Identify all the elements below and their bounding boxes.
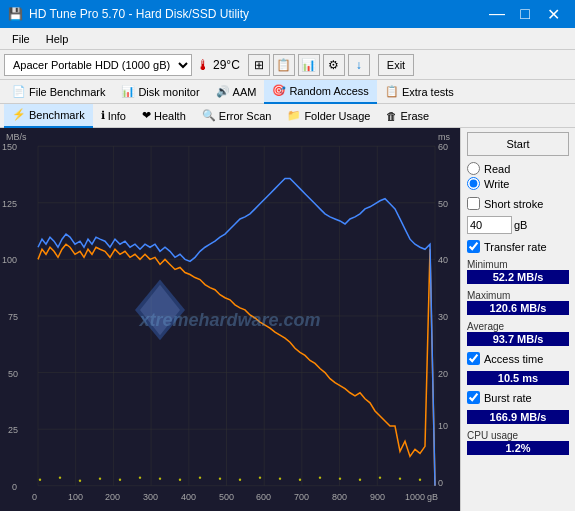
svg-point-58 [259, 476, 261, 478]
svg-point-62 [339, 477, 341, 479]
svg-point-63 [359, 478, 361, 480]
svg-point-49 [79, 479, 81, 481]
folder-usage-icon: 📁 [287, 109, 301, 122]
svg-text:500: 500 [219, 492, 234, 502]
svg-text:800: 800 [332, 492, 347, 502]
svg-point-61 [319, 476, 321, 478]
svg-point-54 [179, 478, 181, 480]
svg-text:50: 50 [438, 199, 448, 209]
access-time-checkbox-label[interactable]: Access time [467, 352, 569, 365]
svg-text:600: 600 [256, 492, 271, 502]
toolbar: Apacer Portable HDD (1000 gB) 🌡 29°C ⊞ 📋… [0, 50, 575, 80]
read-radio[interactable] [467, 162, 480, 175]
svg-text:10: 10 [438, 421, 448, 431]
minimum-label: Minimum [467, 259, 569, 270]
nav-file-benchmark[interactable]: 📄 File Benchmark [4, 80, 113, 104]
maximize-button[interactable]: □ [511, 0, 539, 28]
cpu-usage-stat: CPU usage 1.2% [467, 430, 569, 455]
nav-folder-usage[interactable]: 📁 Folder Usage [279, 104, 378, 128]
cpu-usage-value: 1.2% [467, 441, 569, 455]
spinbox-container: gB [467, 216, 569, 234]
svg-point-51 [119, 478, 121, 480]
svg-text:900: 900 [370, 492, 385, 502]
svg-point-47 [39, 478, 41, 480]
svg-text:1000: 1000 [405, 492, 425, 502]
transfer-rate-checkbox[interactable] [467, 240, 480, 253]
nav-health[interactable]: ❤ Health [134, 104, 194, 128]
svg-point-66 [419, 478, 421, 480]
menu-file[interactable]: File [4, 31, 38, 47]
svg-point-65 [399, 477, 401, 479]
svg-text:0: 0 [438, 478, 443, 488]
info-icon: ℹ [101, 109, 105, 122]
menu-help[interactable]: Help [38, 31, 77, 47]
short-stroke-checkbox-label[interactable]: Short stroke [467, 197, 569, 210]
icon-btn-1[interactable]: ⊞ [248, 54, 270, 76]
nav-row1: 📄 File Benchmark 📊 Disk monitor 🔊 AAM 🎯 … [0, 80, 575, 104]
minimize-button[interactable]: — [483, 0, 511, 28]
icon-btn-5[interactable]: ↓ [348, 54, 370, 76]
minimum-value: 52.2 MB/s [467, 270, 569, 284]
burst-rate-checkbox-label[interactable]: Burst rate [467, 391, 569, 404]
access-time-checkbox[interactable] [467, 352, 480, 365]
svg-text:50: 50 [8, 369, 18, 379]
erase-icon: 🗑 [386, 110, 397, 122]
burst-rate-stat: 166.9 MB/s [467, 410, 569, 424]
svg-point-55 [199, 476, 201, 478]
average-stat: Average 93.7 MB/s [467, 321, 569, 346]
nav-benchmark[interactable]: ⚡ Benchmark [4, 104, 93, 128]
cpu-usage-label: CPU usage [467, 430, 569, 441]
burst-rate-checkbox[interactable] [467, 391, 480, 404]
close-button[interactable]: ✕ [539, 0, 567, 28]
start-button[interactable]: Start [467, 132, 569, 156]
svg-text:75: 75 [8, 312, 18, 322]
spinbox-gb-label: gB [514, 219, 527, 231]
svg-text:0: 0 [12, 482, 17, 492]
nav-error-scan[interactable]: 🔍 Error Scan [194, 104, 280, 128]
nav-disk-monitor[interactable]: 📊 Disk monitor [113, 80, 207, 104]
svg-point-48 [59, 476, 61, 478]
svg-text:MB/s: MB/s [6, 132, 27, 142]
svg-text:300: 300 [143, 492, 158, 502]
svg-rect-0 [0, 128, 460, 511]
nav-random-access[interactable]: 🎯 Random Access [264, 80, 376, 104]
random-access-icon: 🎯 [272, 84, 286, 97]
app-title: HD Tune Pro 5.70 - Hard Disk/SSD Utility [29, 7, 249, 21]
short-stroke-checkbox[interactable] [467, 197, 480, 210]
svg-point-50 [99, 477, 101, 479]
icon-btn-3[interactable]: 📊 [298, 54, 320, 76]
maximum-stat: Maximum 120.6 MB/s [467, 290, 569, 315]
svg-point-52 [139, 476, 141, 478]
svg-point-59 [279, 477, 281, 479]
nav-erase[interactable]: 🗑 Erase [378, 104, 437, 128]
chart-area: xtremehardware.com [0, 128, 460, 511]
svg-text:100: 100 [2, 255, 17, 265]
average-value: 93.7 MB/s [467, 332, 569, 346]
access-time-stat: 10.5 ms [467, 371, 569, 385]
icon-btn-2[interactable]: 📋 [273, 54, 295, 76]
aam-icon: 🔊 [216, 85, 230, 98]
svg-text:0: 0 [32, 492, 37, 502]
transfer-rate-checkbox-label[interactable]: Transfer rate [467, 240, 569, 253]
nav-info[interactable]: ℹ Info [93, 104, 134, 128]
disk-monitor-icon: 📊 [121, 85, 135, 98]
svg-text:200: 200 [105, 492, 120, 502]
nav-aam[interactable]: 🔊 AAM [208, 80, 265, 104]
svg-text:125: 125 [2, 199, 17, 209]
file-benchmark-icon: 📄 [12, 85, 26, 98]
benchmark-icon: ⚡ [12, 108, 26, 121]
spinbox-input[interactable] [467, 216, 512, 234]
write-radio[interactable] [467, 177, 480, 190]
svg-text:700: 700 [294, 492, 309, 502]
write-radio-label[interactable]: Write [467, 177, 569, 190]
read-radio-label[interactable]: Read [467, 162, 569, 175]
nav-extra-tests[interactable]: 📋 Extra tests [377, 80, 462, 104]
svg-text:400: 400 [181, 492, 196, 502]
svg-point-57 [239, 478, 241, 480]
right-panel: Start Read Write Short stroke gB Transfe… [460, 128, 575, 511]
exit-button[interactable]: Exit [378, 54, 414, 76]
temperature-value: 29°C [213, 58, 240, 72]
icon-btn-4[interactable]: ⚙ [323, 54, 345, 76]
drive-selector[interactable]: Apacer Portable HDD (1000 gB) [4, 54, 192, 76]
maximum-value: 120.6 MB/s [467, 301, 569, 315]
